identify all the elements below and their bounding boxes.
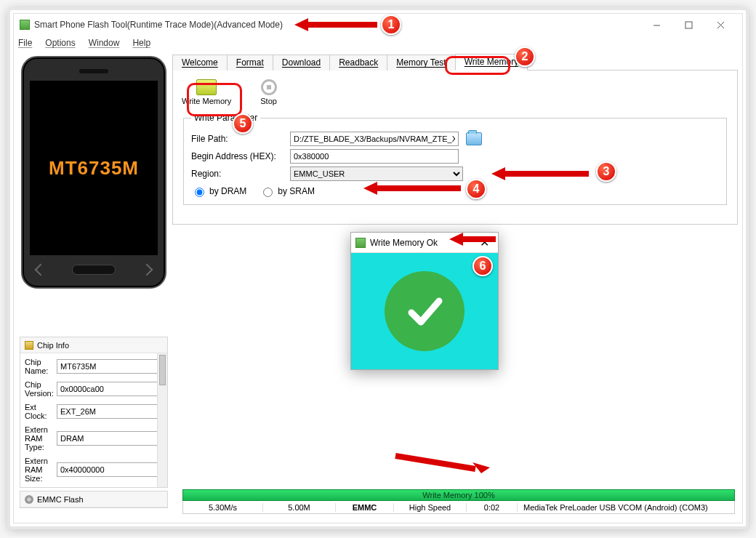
tab-body: Write Memory Stop Write Parameter File P… <box>172 71 738 225</box>
minimize-button[interactable] <box>640 15 672 35</box>
window-title: Smart Phone Flash Tool(Runtime Trace Mod… <box>34 20 283 30</box>
phone-graphic: BM MT6735M <box>21 56 166 289</box>
chip-name-label: Chip Name: <box>25 358 54 375</box>
maximize-button[interactable] <box>672 15 704 35</box>
svg-marker-11 <box>449 233 463 246</box>
phone-speaker <box>79 69 108 73</box>
begin-address-label: Begin Address (HEX): <box>191 151 286 161</box>
emmc-title: EMMC Flash <box>37 495 84 504</box>
callout-5: 5 <box>233 113 253 134</box>
svg-rect-1 <box>685 22 692 28</box>
dialog-title: Write Memory Ok <box>370 238 438 248</box>
callout-4: 4 <box>466 179 486 199</box>
phone-screen: MT6735M <box>30 81 158 255</box>
annotation-arrow-6 <box>445 228 502 250</box>
svg-line-12 <box>395 456 475 469</box>
callout-1: 1 <box>381 15 401 35</box>
phone-chip-label: MT6735M <box>49 157 139 180</box>
phone-back-icon <box>34 264 47 276</box>
close-button[interactable] <box>704 15 736 35</box>
callout-2: 2 <box>515 47 535 67</box>
chip-name-field[interactable] <box>57 359 164 374</box>
chip-scrollbar[interactable] <box>157 353 167 487</box>
by-dram-radio[interactable]: by DRAM <box>191 185 246 197</box>
status-type: EMMC <box>336 503 394 512</box>
stop-label: Stop <box>260 97 277 105</box>
menu-help[interactable]: Help <box>132 38 150 48</box>
app-window: Smart Phone Flash Tool(Runtime Trace Mod… <box>13 13 743 523</box>
chip-version-label: Chip Version: <box>25 380 54 398</box>
menu-options[interactable]: Options <box>45 38 75 48</box>
menubar: File Options Window Help <box>14 36 742 50</box>
phone-nav <box>23 258 165 281</box>
toolbar: Write Memory Stop <box>182 79 728 105</box>
svg-marker-5 <box>294 18 308 31</box>
window-buttons <box>640 15 736 35</box>
chip-info-title: Chip Info <box>37 341 69 350</box>
callout-3: 3 <box>596 161 616 182</box>
annotation-arrow-3 <box>487 163 596 185</box>
phone-home-button <box>72 265 116 275</box>
status-time: 0:02 <box>467 503 518 512</box>
tab-readback[interactable]: Readback <box>329 55 387 71</box>
chip-icon <box>25 341 33 350</box>
tab-memory-test[interactable]: Memory Test <box>387 55 455 71</box>
status-row: 5.30M/s 5.00M EMMC High Speed 0:02 Media… <box>182 501 735 514</box>
ram-size-label: Extern RAM Size: <box>25 457 54 483</box>
screenshot-frame: Smart Phone Flash Tool(Runtime Trace Mod… <box>7 7 749 529</box>
left-column: BM MT6735M Chip Info Chip Name <box>14 50 172 508</box>
tab-welcome[interactable]: Welcome <box>172 55 228 71</box>
gear-icon <box>25 495 33 504</box>
progress-bar: Write Memory 100% <box>182 489 735 501</box>
status-port: MediaTek PreLoader USB VCOM (Android) (C… <box>518 503 734 512</box>
annotation-arrow-progress <box>388 449 497 478</box>
region-label: Region: <box>191 169 286 179</box>
callout-6: 6 <box>472 256 493 276</box>
ram-type-field[interactable] <box>57 431 164 446</box>
tab-format[interactable]: Format <box>227 55 273 71</box>
write-memory-icon <box>196 79 217 95</box>
chip-info-panel: Chip Info Chip Name: Chip Version: Ext C… <box>20 337 168 488</box>
annotation-arrow-4 <box>359 177 468 199</box>
svg-marker-7 <box>491 167 505 180</box>
ram-size-field[interactable] <box>57 462 164 477</box>
phone-menu-icon <box>141 264 153 276</box>
begin-address-field[interactable] <box>290 149 459 164</box>
emmc-panel: EMMC Flash <box>20 491 168 508</box>
annotation-arrow-1 <box>290 14 385 36</box>
svg-marker-9 <box>363 182 377 195</box>
status-speed: 5.30M/s <box>183 503 263 512</box>
chip-version-field[interactable] <box>57 382 164 396</box>
write-memory-label: Write Memory <box>182 97 231 105</box>
by-sram-radio[interactable]: by SRAM <box>260 185 315 197</box>
status-size: 5.00M <box>263 503 336 512</box>
status-area: Write Memory 100% 5.30M/s 5.00M EMMC Hig… <box>182 489 735 514</box>
menu-file[interactable]: File <box>18 38 32 48</box>
ext-clock-field[interactable] <box>57 404 164 419</box>
tab-bar: Welcome Format Download Readback Memory … <box>172 53 738 71</box>
file-path-field[interactable] <box>290 132 459 146</box>
menu-window[interactable]: Window <box>89 38 120 48</box>
dialog-icon <box>355 238 366 248</box>
chip-info-body: Chip Name: Chip Version: Ext Clock: Exte… <box>20 353 167 487</box>
browse-button[interactable] <box>466 132 482 145</box>
tab-download[interactable]: Download <box>273 55 330 71</box>
stop-button[interactable]: Stop <box>260 79 277 105</box>
write-memory-button[interactable]: Write Memory <box>182 79 231 105</box>
chip-info-header: Chip Info <box>20 337 167 353</box>
write-memory-ok-dialog: Write Memory Ok ✕ <box>350 232 499 370</box>
ext-clock-label: Ext Clock: <box>25 403 54 420</box>
app-icon <box>20 20 30 30</box>
check-circle-icon <box>385 271 465 351</box>
status-mode: High Speed <box>394 503 467 512</box>
ram-type-label: Extern RAM Type: <box>25 425 54 451</box>
emmc-header[interactable]: EMMC Flash <box>20 491 167 507</box>
stop-icon <box>261 79 277 95</box>
file-path-label: File Path: <box>191 134 286 144</box>
